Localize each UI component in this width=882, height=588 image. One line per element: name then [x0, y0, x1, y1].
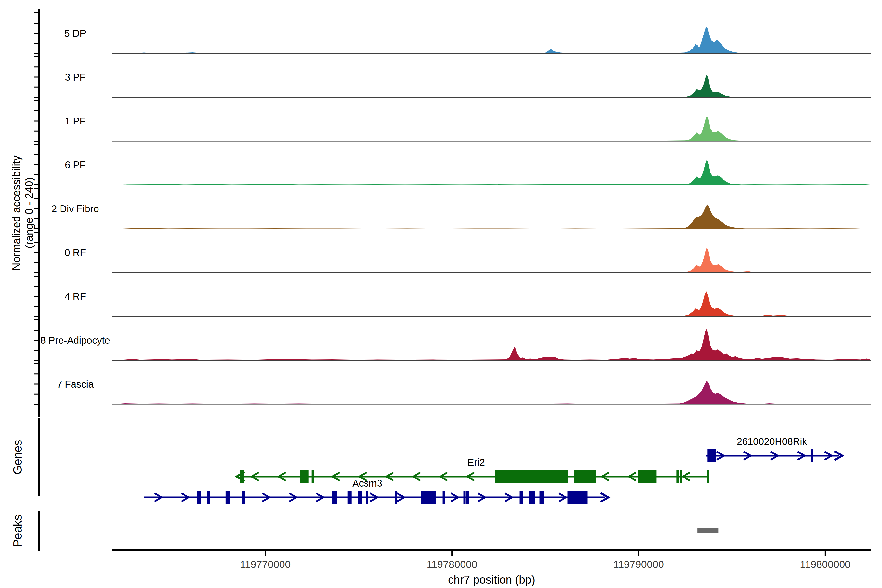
gene-eri2-label: Eri2	[468, 457, 485, 468]
track-baseline-2-div-fibro	[112, 229, 871, 230]
gene-acsm3-exon	[520, 491, 523, 504]
y-tick	[34, 130, 38, 132]
track-area-2-div-fibro	[114, 204, 871, 229]
gene-acsm3-exon	[348, 491, 352, 504]
track-baseline-6-pf	[112, 185, 871, 186]
y-tick	[34, 53, 38, 54]
y-tick	[34, 394, 38, 395]
gene-2610020h08rik-exon	[707, 449, 716, 462]
x-axis-tick	[451, 550, 453, 556]
y-tick	[34, 296, 38, 297]
gene-acsm3-exon	[466, 491, 469, 504]
y-tick	[34, 12, 38, 14]
track-area-3-pf	[114, 75, 871, 97]
peaks-section-label: Peaks	[11, 514, 24, 547]
y-tick	[34, 360, 38, 361]
gene-eri2-exon	[495, 470, 568, 483]
track-baseline-5-dp	[112, 53, 871, 54]
y-tick	[34, 56, 38, 57]
y-tick	[34, 141, 38, 142]
track-area-1-pf	[114, 116, 871, 141]
y-tick	[34, 43, 38, 44]
y-tick	[34, 144, 38, 145]
track-area-8-pre-adipocyte	[114, 328, 871, 360]
y-tick	[34, 87, 38, 88]
track-area-4-rf	[114, 291, 871, 316]
gene-2610020h08rik-label: 2610020H08Rik	[737, 436, 807, 447]
y-tick	[34, 330, 38, 330]
x-axis-tick	[638, 550, 639, 556]
track-baseline-3-pf	[112, 97, 871, 98]
x-tick-label: 119800000	[800, 559, 850, 570]
gene-eri2-exon	[680, 470, 682, 483]
y-tick	[34, 232, 38, 233]
x-axis-tick	[825, 550, 826, 556]
coverage-plot-figure: Normalized accessibility(range 0 - 240)5…	[0, 0, 882, 588]
gene-acsm3-exon	[464, 491, 466, 504]
gene-eri2-exon	[638, 470, 656, 483]
track-baseline-0-rf	[112, 273, 871, 273]
y-tick	[34, 340, 38, 341]
track-area-6-pf	[114, 160, 871, 185]
y-axis-title-line1: Normalized accessibility	[10, 155, 22, 270]
track-label-5-dp: 5 DP	[64, 28, 86, 39]
y-tick	[34, 184, 38, 186]
gene-eri2-exon	[300, 470, 309, 483]
x-tick-label: 119770000	[240, 559, 291, 570]
gene-acsm3-exon	[421, 491, 436, 504]
track-area-7-fascia	[114, 381, 871, 404]
y-tick	[34, 100, 38, 101]
gene-acsm3-exon	[207, 491, 210, 504]
track-label-3-pf: 3 PF	[65, 72, 86, 82]
accessibility-axis-bar	[38, 9, 40, 417]
genes-section-label: Genes	[11, 440, 24, 474]
y-tick	[34, 76, 38, 78]
x-tick-label: 119780000	[426, 559, 477, 570]
gene-acsm3-body	[144, 496, 605, 498]
y-tick	[34, 242, 38, 243]
gene-eri2-exon	[240, 470, 244, 483]
y-tick	[34, 252, 38, 253]
gene-eri2-exon	[676, 470, 679, 483]
y-tick	[34, 66, 38, 68]
gene-acsm3-exon	[443, 491, 445, 504]
track-area-0-rf	[114, 248, 871, 273]
y-tick	[34, 262, 38, 263]
y-tick	[34, 174, 38, 176]
y-tick	[34, 154, 38, 155]
gene-acsm3-label: Acsm3	[352, 478, 382, 489]
gene-eri2-exon	[706, 470, 709, 483]
track-label-7-fascia: 7 Fascia	[57, 379, 94, 390]
x-axis-title: chr7 position (bp)	[448, 573, 535, 586]
gene-acsm3-exon	[198, 491, 201, 504]
y-tick	[34, 120, 38, 122]
gene-acsm3-exon	[333, 491, 338, 504]
y-tick	[34, 228, 38, 230]
y-tick	[34, 164, 38, 165]
y-tick	[34, 110, 38, 111]
gene-2610020h08rik-exon	[811, 449, 813, 462]
gene-acsm3-exon	[395, 491, 398, 504]
peak-bar	[697, 528, 718, 532]
y-tick	[34, 350, 38, 351]
track-label-2-div-fibro: 2 Div Fibro	[51, 203, 99, 214]
y-tick	[34, 97, 38, 98]
y-tick	[34, 208, 38, 209]
gene-acsm3-exon	[568, 491, 588, 504]
y-tick	[34, 198, 38, 199]
track-baseline-4-rf	[112, 316, 871, 317]
y-tick	[34, 22, 38, 24]
gene-acsm3-exon	[226, 491, 230, 504]
x-axis-line	[112, 549, 871, 550]
plot-canvas: Normalized accessibility(range 0 - 240)5…	[0, 0, 882, 588]
gene-acsm3-exon	[358, 491, 362, 504]
gene-acsm3-exon	[366, 491, 368, 504]
genes-axis-bar	[38, 418, 40, 496]
track-baseline-8-pre-adipocyte	[112, 360, 871, 361]
x-tick-label: 119790000	[613, 559, 664, 570]
track-label-8-pre-adipocyte: 8 Pre-Adipocyte	[40, 335, 110, 346]
y-tick	[34, 404, 38, 405]
track-label-1-pf: 1 PF	[65, 116, 86, 126]
y-tick	[34, 320, 38, 321]
track-baseline-7-fascia	[112, 404, 871, 405]
